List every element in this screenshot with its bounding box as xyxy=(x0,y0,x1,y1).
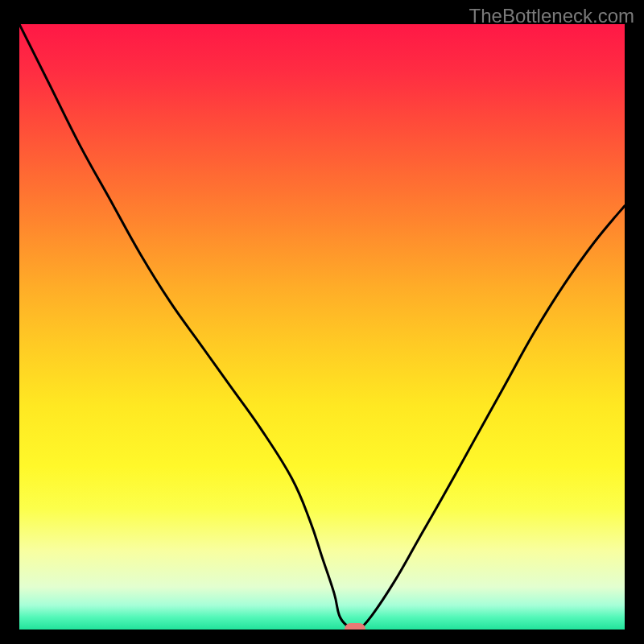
plot-area xyxy=(19,24,625,630)
curve-svg xyxy=(19,24,625,630)
optimal-point-marker xyxy=(345,623,365,630)
watermark-text: TheBottleneck.com xyxy=(469,5,634,27)
bottleneck-curve-path xyxy=(19,24,625,630)
